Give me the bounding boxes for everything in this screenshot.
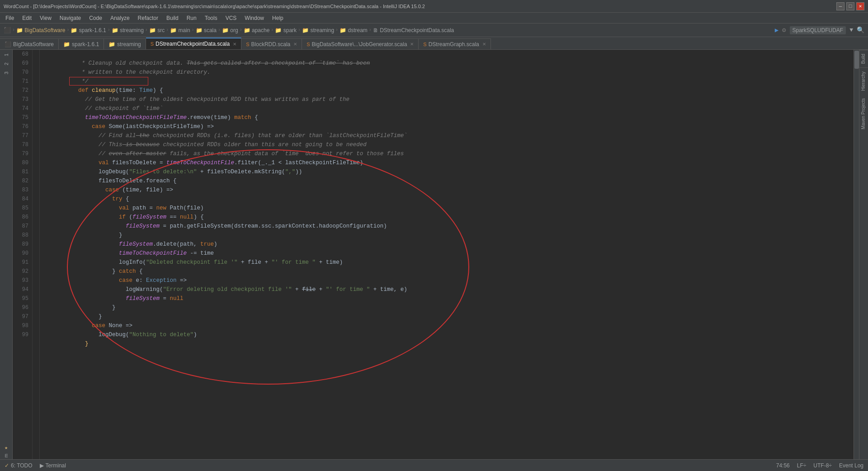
- minimize-button[interactable]: —: [836, 2, 844, 10]
- breadcrumb-org[interactable]: 📁 org: [222, 27, 238, 33]
- status-bar: ✓ 6: TODO ▶ Terminal 74:56 LF÷ UTF-8÷ Ev…: [0, 459, 868, 471]
- breadcrumb-streaming2[interactable]: 📁 streaming: [302, 27, 334, 33]
- tab-dstreamgraph[interactable]: S DStreamGraph.scala ✕: [419, 38, 491, 49]
- favorites-icon[interactable]: ★: [5, 444, 8, 451]
- build-tab[interactable]: Build: [859, 50, 868, 67]
- status-terminal[interactable]: ▶ Terminal: [40, 462, 66, 469]
- tab-close-dstreamgraph[interactable]: ✕: [482, 42, 486, 47]
- panel-icon-1[interactable]: 1: [3, 52, 10, 58]
- code-line-84: val path = new Path(file): [44, 195, 854, 204]
- breadcrumb-main[interactable]: 📁 main: [170, 27, 190, 33]
- code-line-93: logWarning("Error deleting old checkpoin…: [44, 276, 854, 285]
- tab-blockrdd-label: BlockRDD.scala: [251, 41, 291, 48]
- tab-spark-label: spark-1.6.1: [72, 41, 99, 48]
- tab-jobgenerator[interactable]: S BigDataSoftware\...\JobGenerator.scala…: [302, 38, 419, 49]
- blockrdd-icon: S: [246, 42, 249, 47]
- code-line-80: logDebug("Files to delete:\n" + filesToD…: [44, 158, 854, 167]
- menu-window[interactable]: Window: [241, 14, 268, 22]
- line-numbers: 68 69 70 71 72 73 74 75 76 77 78 79 80 8…: [13, 50, 33, 459]
- spark-tab-icon: 📁: [63, 41, 70, 48]
- menu-edit[interactable]: Edit: [19, 14, 35, 22]
- run-icon[interactable]: ▶: [775, 26, 778, 34]
- tab-jobgen-label: BigDataSoftware\...\JobGenerator.scala: [312, 41, 407, 48]
- breadcrumb-spark2[interactable]: 📁 spark: [275, 27, 297, 33]
- hierarchy-tab[interactable]: Hierarchy: [859, 67, 868, 95]
- dstreamgraph-icon: S: [423, 42, 426, 47]
- class-selector[interactable]: SparkSQLUDFUDAF: [790, 26, 846, 34]
- tab-bigdatasoftware[interactable]: ⬛ BigDataSoftware: [0, 38, 59, 49]
- window-controls[interactable]: — □ ✕: [836, 2, 864, 10]
- code-line-74: timeToOldestCheckpointFileTime.remove(ti…: [44, 104, 854, 113]
- vertical-scrollbar[interactable]: [854, 50, 859, 459]
- code-line-78: // even after master fails, as the check…: [44, 140, 854, 149]
- menu-tools[interactable]: Tools: [201, 14, 221, 22]
- code-line-68: * Cleanup old checkpoint data. This gets…: [44, 50, 854, 59]
- tab-close-jobgen[interactable]: ✕: [410, 42, 414, 47]
- maven-icon[interactable]: m: [4, 454, 9, 457]
- tab-streaming-label: streaming: [117, 41, 141, 48]
- close-button[interactable]: ✕: [856, 2, 864, 10]
- code-line-85: if (fileSystem == null) {: [44, 204, 854, 213]
- streaming-tab-icon: 📁: [108, 41, 115, 48]
- menu-refactor[interactable]: Refactor: [134, 14, 162, 22]
- right-panels: Build Hierarchy Maven Projects: [859, 50, 868, 459]
- tab-spark[interactable]: 📁 spark-1.6.1: [59, 38, 104, 49]
- code-editor[interactable]: * Cleanup old checkpoint data. This gets…: [40, 50, 854, 459]
- code-line-83: try {: [44, 186, 854, 195]
- code-line-79: val filesToDelete = timeToCheckpointFile…: [44, 149, 854, 158]
- status-todo[interactable]: ✓ 6: TODO: [5, 462, 33, 469]
- terminal-icon: ▶: [40, 462, 44, 469]
- menu-bar: File Edit View Navigate Code Analyze Ref…: [0, 13, 868, 24]
- tab-close-blockrdd[interactable]: ✕: [293, 42, 297, 47]
- breadcrumb-bigdata[interactable]: 📁 BigDataSoftware: [16, 27, 65, 33]
- code-line-71: def cleanup(time: Time) {: [44, 77, 854, 86]
- code-line-88: fileSystem.delete(path, true): [44, 231, 854, 240]
- code-line-94: fileSystem = null: [44, 285, 854, 294]
- panel-icon-2[interactable]: 2: [3, 61, 10, 67]
- project-tab-icon: ⬛: [5, 41, 11, 48]
- terminal-label: Terminal: [46, 462, 66, 469]
- tab-blockrdd[interactable]: S BlockRDD.scala ✕: [241, 38, 302, 49]
- code-line-77: // This is because checkpointed RDDs old…: [44, 131, 854, 140]
- breadcrumb-dstream[interactable]: 📁 dstream: [340, 27, 368, 33]
- breadcrumb-scala[interactable]: 📁 scala: [196, 27, 217, 33]
- maven-projects-tab[interactable]: Maven Projects: [859, 95, 868, 133]
- breadcrumb-apache[interactable]: 📁 apache: [244, 27, 270, 33]
- code-line-90: logInfo("Deleted checkpoint file '" + fi…: [44, 249, 854, 258]
- breadcrumb-spark[interactable]: 📁 spark-1.6.1: [71, 27, 106, 33]
- tab-close-dstream[interactable]: ✕: [233, 42, 236, 47]
- code-line-98: logDebug("Nothing to delete"): [44, 321, 854, 330]
- menu-analyze[interactable]: Analyze: [107, 14, 133, 22]
- todo-icon: ✓: [5, 462, 9, 469]
- menu-view[interactable]: View: [36, 14, 55, 22]
- tab-dstreamcheckpoint[interactable]: S DStreamCheckpointData.scala ✕: [146, 38, 241, 49]
- menu-build[interactable]: Build: [163, 14, 182, 22]
- dropdown-icon[interactable]: ▼: [849, 27, 853, 33]
- menu-code[interactable]: Code: [85, 14, 106, 22]
- title-text: WordCount - [D:\IdeaProjects\WordCount] …: [4, 4, 425, 9]
- gutter: [33, 50, 40, 459]
- code-line-75: case Some(lastCheckpointFileTime) =>: [44, 113, 854, 122]
- status-eventlog[interactable]: Event Log: [839, 462, 863, 469]
- panel-icon-3[interactable]: 3: [3, 70, 10, 76]
- breadcrumb-streaming1[interactable]: 📁 streaming: [112, 27, 144, 33]
- debug-icon[interactable]: ⚙: [782, 26, 786, 34]
- code-line-97: case None =>: [44, 312, 854, 321]
- menu-run[interactable]: Run: [183, 14, 200, 22]
- code-line-95: }: [44, 294, 854, 303]
- menu-navigate[interactable]: Navigate: [56, 14, 85, 22]
- code-line-81: filesToDelete.foreach {: [44, 167, 854, 176]
- breadcrumb-file[interactable]: 🗎 DStreamCheckpointData.scala: [373, 27, 454, 33]
- code-line-82: case (time, file) =>: [44, 176, 854, 186]
- search-everywhere-icon[interactable]: 🔍: [857, 26, 864, 34]
- breadcrumb-src[interactable]: 📁 src: [149, 27, 165, 33]
- code-line-99: }: [44, 330, 854, 339]
- code-line-91: } catch {: [44, 258, 854, 267]
- menu-file[interactable]: File: [2, 14, 18, 22]
- menu-vcs[interactable]: VCS: [222, 14, 241, 22]
- tab-streaming[interactable]: 📁 streaming: [104, 38, 146, 49]
- maximize-button[interactable]: □: [846, 2, 854, 10]
- status-lf[interactable]: LF÷: [797, 462, 807, 469]
- status-encoding[interactable]: UTF-8÷: [813, 462, 832, 469]
- menu-help[interactable]: Help: [269, 14, 287, 22]
